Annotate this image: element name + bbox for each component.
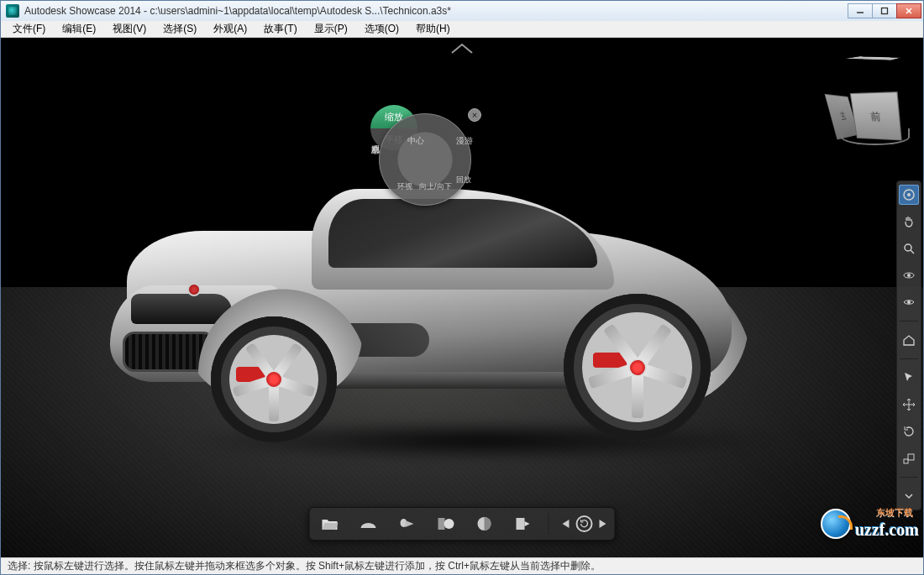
menu-look[interactable]: 外观(A) <box>205 22 255 36</box>
main-toolbar-bottom <box>309 507 616 541</box>
viewcube-compass[interactable] <box>841 128 910 145</box>
look-icon[interactable] <box>899 292 919 312</box>
window-title: Autodesk Showcase 2014 - c:\users\admini… <box>24 5 451 17</box>
move-icon[interactable] <box>899 395 919 415</box>
statusbar: 选择: 按鼠标左键进行选择。按住鼠标左键并拖动来框选多个对象。按 Shift+鼠… <box>1 557 923 574</box>
svg-point-5 <box>907 193 911 196</box>
viewcube-top[interactable] <box>845 56 900 60</box>
app-icon <box>6 4 19 18</box>
watermark-cn: 东坡下载 <box>876 506 913 519</box>
shot-icon[interactable] <box>473 512 496 536</box>
navwheel-roam[interactable]: 漫游 <box>456 135 473 147</box>
car-model[interactable] <box>85 180 774 441</box>
select-arrow-icon[interactable] <box>899 368 919 388</box>
open-folder-icon[interactable] <box>318 512 342 536</box>
svg-point-6 <box>905 244 911 251</box>
app-window: Autodesk Showcase 2014 - c:\users\admini… <box>0 0 924 575</box>
svg-point-10 <box>907 301 911 304</box>
svg-line-7 <box>911 250 914 254</box>
materials-icon[interactable] <box>434 512 458 536</box>
play-prev-icon[interactable] <box>563 520 570 528</box>
menu-file[interactable]: 文件(F) <box>4 22 54 36</box>
expand-top-icon[interactable] <box>450 43 474 58</box>
minimize-button[interactable] <box>848 3 873 18</box>
navwheel-rewind[interactable]: 回放 <box>456 175 471 186</box>
play-next-icon[interactable] <box>600 520 606 528</box>
steering-wheel-icon[interactable] <box>899 185 919 205</box>
scale-icon[interactable] <box>899 448 919 468</box>
viewcube[interactable]: 左 前 <box>844 80 906 142</box>
close-button[interactable] <box>896 3 921 18</box>
svg-point-9 <box>907 274 911 277</box>
svg-point-16 <box>444 519 454 529</box>
playback-controls <box>563 515 606 532</box>
navwheel-close-icon[interactable]: × <box>468 108 481 122</box>
svg-rect-14 <box>438 518 445 530</box>
toolbar-menu-icon[interactable] <box>899 486 919 506</box>
wheel-front <box>211 316 337 442</box>
navwheel-updown[interactable]: 向上/向下 <box>419 181 452 192</box>
titlebar[interactable]: Autodesk Showcase 2014 - c:\users\admini… <box>1 1 923 21</box>
play-loop-icon[interactable] <box>576 515 593 532</box>
menu-help[interactable]: 帮助(H) <box>407 22 459 36</box>
navwheel-look[interactable]: 环视 <box>397 181 412 192</box>
orbit-icon[interactable] <box>899 265 919 285</box>
svg-rect-12 <box>908 454 914 460</box>
menu-display[interactable]: 显示(P) <box>306 22 356 36</box>
menu-options[interactable]: 选项(O) <box>356 22 407 36</box>
viewport-3d[interactable]: 缩放 平移 动态观察 中心 漫游 环视 向上/向下 回放 × 左 前 <box>1 38 923 557</box>
menubar: 文件(F) 编辑(E) 视图(V) 选择(S) 外观(A) 故事(T) 显示(P… <box>1 21 923 38</box>
svg-rect-11 <box>904 459 908 463</box>
home-icon[interactable] <box>899 330 919 350</box>
wheel-rear <box>564 294 711 441</box>
navwheel-center[interactable]: 中心 <box>407 135 424 147</box>
nav-toolbar-right <box>896 180 921 510</box>
window-controls <box>848 3 921 18</box>
light-icon[interactable] <box>396 512 419 536</box>
rotate-icon[interactable] <box>899 421 919 442</box>
steering-wheel[interactable]: 缩放 平移 动态观察 中心 漫游 环视 向上/向下 回放 × <box>370 105 480 214</box>
publish-icon[interactable] <box>512 512 535 536</box>
svg-rect-1 <box>882 8 888 14</box>
menu-select[interactable]: 选择(S) <box>155 22 205 36</box>
menu-view[interactable]: 视图(V) <box>104 22 155 36</box>
maximize-button[interactable] <box>872 3 897 18</box>
menu-edit[interactable]: 编辑(E) <box>54 22 104 36</box>
status-text: 选择: 按鼠标左键进行选择。按住鼠标左键并拖动来框选多个对象。按 Shift+鼠… <box>8 559 601 573</box>
environment-icon[interactable] <box>357 512 381 536</box>
menu-story[interactable]: 故事(T) <box>255 22 305 36</box>
pan-icon[interactable] <box>899 212 919 232</box>
zoom-icon[interactable] <box>899 238 919 259</box>
